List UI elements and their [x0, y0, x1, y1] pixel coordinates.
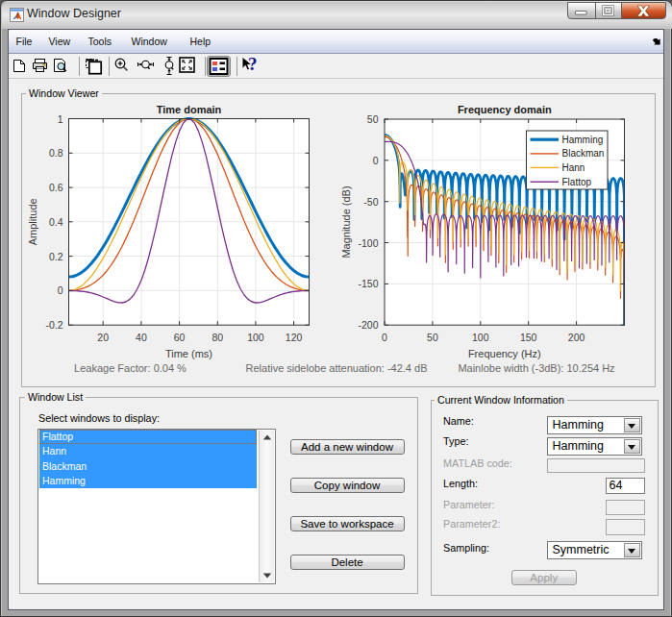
svg-text:Hamming: Hamming [562, 135, 604, 145]
svg-text:0: 0 [382, 332, 387, 343]
svg-text:200: 200 [568, 332, 585, 343]
svg-text:-0.2: -0.2 [45, 319, 62, 331]
svg-text:Blackman: Blackman [562, 148, 605, 159]
svg-text:100: 100 [472, 332, 489, 343]
svg-text:60: 60 [174, 332, 186, 343]
svg-text:100: 100 [247, 332, 264, 343]
svg-text:0.8: 0.8 [49, 147, 63, 159]
svg-text:120: 120 [286, 332, 303, 343]
svg-text:-50: -50 [363, 196, 378, 208]
svg-text:Leakage Factor: 0.04 %: Leakage Factor: 0.04 % [74, 362, 187, 374]
svg-text:50: 50 [367, 113, 379, 125]
svg-text:150: 150 [520, 332, 537, 343]
svg-text:-100: -100 [358, 237, 378, 249]
svg-text:40: 40 [136, 332, 147, 343]
svg-text:0.6: 0.6 [49, 182, 63, 193]
svg-text:0: 0 [373, 155, 379, 166]
svg-text:-200: -200 [358, 319, 378, 331]
svg-text:20: 20 [97, 332, 109, 343]
svg-text:Amplitude: Amplitude [27, 198, 38, 245]
svg-text:Time (ms): Time (ms) [165, 348, 212, 359]
svg-text:Mainlobe width (-3dB): 10.254: Mainlobe width (-3dB): 10.254 Hz [458, 362, 614, 374]
svg-text:Magnitude (dB): Magnitude (dB) [340, 185, 352, 258]
svg-text:Flattop: Flattop [562, 177, 592, 187]
svg-text:Time domain: Time domain [157, 104, 222, 115]
svg-text:Frequency (Hz): Frequency (Hz) [468, 348, 541, 359]
svg-text:80: 80 [212, 332, 223, 343]
svg-text:0: 0 [58, 284, 63, 296]
svg-text:0.2: 0.2 [49, 251, 63, 262]
svg-text:-150: -150 [358, 278, 378, 289]
svg-text:1: 1 [58, 113, 63, 125]
svg-text:0.4: 0.4 [49, 216, 63, 228]
svg-text:Relative sidelobe attenuation:: Relative sidelobe attenuation: -42.4 dB [246, 362, 428, 374]
svg-text:50: 50 [427, 332, 438, 343]
svg-text:Hann: Hann [562, 162, 585, 173]
svg-text:Frequency domain: Frequency domain [458, 104, 552, 115]
